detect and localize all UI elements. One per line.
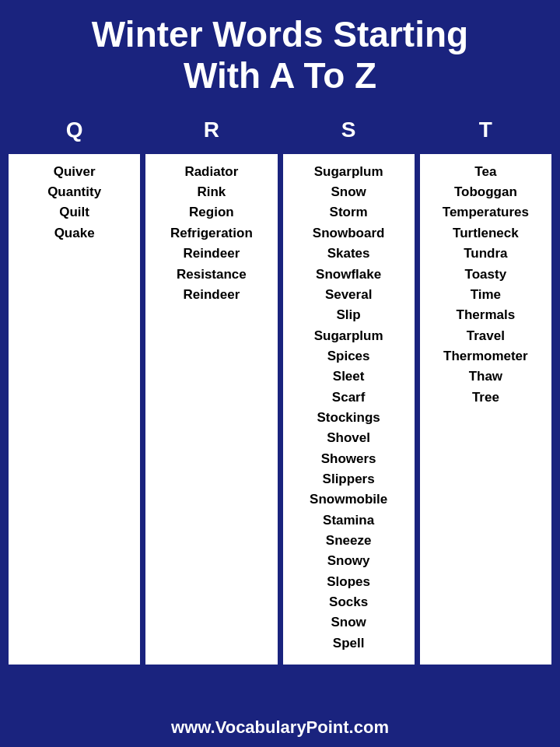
list-item: Temperatures [423,202,548,223]
list-item: Quake [12,223,137,244]
list-item: Tundra [423,244,548,264]
list-item: Slip [286,305,411,325]
list-item: Snowmobile [286,489,411,510]
list-item: Reindeer [149,285,274,305]
list-item: Quiver [12,162,137,182]
list-item: Sleet [286,366,411,387]
list-item: Spices [286,346,411,366]
list-item: Tea [423,162,548,182]
list-item: Region [149,202,274,223]
list-item: Travel [423,326,548,346]
list-item: Thermals [423,305,548,325]
list-item: Resistance [149,265,274,285]
col-header-R: R [144,110,278,150]
list-item: Shovel [286,428,411,448]
list-item: Spell [286,633,411,654]
list-item: Socks [286,592,411,612]
col-body-Q: QuiverQuantityQuiltQuake [7,153,142,666]
list-item: Tree [423,388,548,408]
list-item: Thermometer [423,346,548,366]
col-header-T: T [418,110,553,150]
col-body-S: SugarplumSnowStormSnowboardSkatesSnowfla… [282,153,416,666]
list-item: Thaw [423,366,548,387]
list-item: Snow [286,612,411,633]
list-item: Sneeze [286,531,411,551]
list-item: Sugarplum [286,326,411,346]
list-item: Several [286,285,411,305]
list-item: Slippers [286,469,411,489]
list-item: Slopes [286,572,411,592]
list-item: Radiator [149,162,274,182]
footer-url: www.VocabularyPoint.com [0,708,560,747]
list-item: Reindeer [149,244,274,264]
list-item: Stamina [286,510,411,531]
list-item: Quantity [12,182,137,202]
list-item: Storm [286,202,411,223]
word-grid: QRSTQuiverQuantityQuiltQuakeRadiatorRink… [5,107,555,668]
list-item: Snowboard [286,223,411,244]
list-item: Showers [286,449,411,469]
list-item: Snowy [286,551,411,571]
col-body-R: RadiatorRinkRegionRefrigerationReindeerR… [144,153,278,666]
list-item: Sugarplum [286,162,411,182]
list-item: Time [423,285,548,305]
list-item: Rink [149,182,274,202]
list-item: Turtleneck [423,223,548,244]
list-item: Snowflake [286,265,411,285]
list-item: Snow [286,182,411,202]
list-item: Scarf [286,388,411,408]
list-item: Toasty [423,265,548,285]
list-item: Toboggan [423,182,548,202]
list-item: Stockings [286,408,411,428]
list-item: Refrigeration [149,223,274,244]
page-title: Winter Words Starting With A To Z [0,0,560,107]
col-header-S: S [282,110,416,150]
col-body-T: TeaTobogganTemperaturesTurtleneckTundraT… [418,153,553,666]
list-item: Skates [286,244,411,264]
table-wrapper: QRSTQuiverQuantityQuiltQuakeRadiatorRink… [0,107,560,708]
list-item: Quilt [12,202,137,223]
col-header-Q: Q [7,110,142,150]
